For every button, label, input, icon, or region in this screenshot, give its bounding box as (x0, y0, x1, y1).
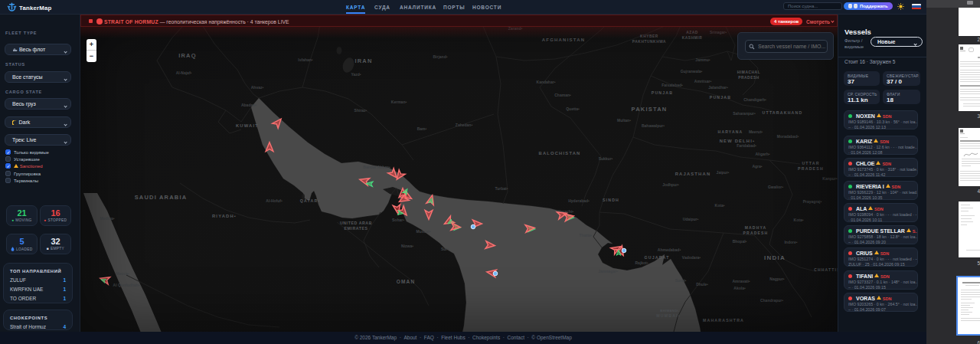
svg-text:RAJASTHAN: RAJASTHAN (675, 172, 711, 176)
svg-text:MUMBAI•: MUMBAI• (656, 313, 681, 318)
svg-text:Gujranwala•: Gujranwala• (681, 69, 703, 74)
svg-text:Chandrapur•: Chandrapur• (760, 298, 783, 303)
svg-text:Faisalabad•: Faisalabad• (662, 83, 683, 87)
svg-text:SAUDI ARABIA: SAUDI ARABIA (135, 194, 188, 201)
svg-text:Shiraz•: Shiraz• (354, 108, 368, 113)
svg-text:PUNJAB: PUNJAB (710, 95, 732, 100)
svg-text:Vadodara•: Vadodara• (682, 255, 701, 260)
svg-text:Gwalior•: Gwalior• (768, 185, 783, 189)
svg-text:OMAN: OMAN (397, 279, 416, 284)
svg-text:Amravati•: Amravati• (732, 279, 750, 283)
svg-text:Meerut•: Meerut• (749, 129, 763, 134)
svg-text:PRADESH: PRADESH (738, 76, 760, 80)
svg-text:Jodhpur•: Jodhpur• (662, 182, 679, 187)
svg-text:QATAR•: QATAR• (300, 198, 321, 203)
svg-text:SINDH: SINDH (603, 198, 619, 202)
svg-text:BALOCHISTAN: BALOCHISTAN (539, 151, 581, 156)
svg-text:Mecca•: Mecca• (116, 271, 129, 276)
svg-text:Quetta•: Quetta• (566, 106, 580, 111)
svg-text:Kota•: Kota• (794, 218, 804, 222)
svg-text:Multan•: Multan• (617, 118, 631, 123)
svg-text:Nagpur•: Nagpur• (769, 277, 785, 281)
svg-text:IRAN: IRAN (354, 57, 372, 64)
svg-text:HARYANA: HARYANA (718, 129, 743, 134)
svg-text:Muscat•: Muscat• (416, 229, 431, 234)
svg-text:MADHYA: MADHYA (745, 225, 767, 230)
svg-text:Birjand•: Birjand• (433, 54, 448, 59)
svg-text:Agra•: Agra• (752, 164, 762, 169)
svg-text:Zahedan•: Zahedan• (456, 123, 473, 127)
svg-text:Bandar Abbas•: Bandar Abbas• (363, 165, 390, 169)
svg-text:CHHATTISG: CHHATTISG (814, 267, 838, 272)
svg-text:Dhule•: Dhule• (696, 282, 708, 287)
svg-text:PAKHTUNKHWA: PAKHTUNKHWA (632, 40, 666, 44)
svg-text:Bam•: Bam• (417, 126, 427, 131)
svg-text:IRAQ: IRAQ (178, 52, 197, 59)
svg-text:Aligarh•: Aligarh• (756, 152, 770, 156)
svg-text:Kerman•: Kerman• (391, 100, 407, 104)
svg-text:Sukkur•: Sukkur• (599, 156, 613, 161)
svg-text:Surat•: Surat• (675, 278, 687, 283)
svg-text:UTTARAKHAND: UTTARAKHAND (763, 110, 803, 115)
svg-text:BHIWANDI-: BHIWANDI- (660, 309, 680, 313)
svg-text:GUJARAT: GUJARAT (644, 255, 669, 260)
svg-text:Hyderabad•: Hyderabad• (568, 198, 590, 203)
svg-text:Indore•: Indore• (784, 240, 797, 244)
svg-text:Jamnagar•: Jamnagar• (598, 269, 618, 274)
svg-text:INDIA: INDIA (764, 254, 786, 261)
svg-text:PRADESH: PRADESH (798, 166, 824, 171)
svg-text:Bhopal•: Bhopal• (733, 239, 747, 244)
svg-text:Al Qunfudhah•: Al Qunfudhah• (113, 283, 140, 287)
svg-text:Isfahan•: Isfahan• (298, 57, 313, 62)
svg-text:Kota•: Kota• (715, 203, 725, 208)
svg-text:Thatta•: Thatta• (580, 233, 593, 238)
svg-text:Prayagraj•: Prayagraj• (803, 199, 822, 204)
svg-text:Kandahar•: Kandahar• (537, 80, 556, 84)
svg-text:KUWAIT: KUWAIT (236, 123, 259, 128)
svg-text:Nizwa•: Nizwa• (401, 244, 413, 248)
svg-text:Al-Hofuf•: Al-Hofuf• (266, 198, 283, 203)
svg-text:Medina•: Medina• (100, 216, 115, 221)
svg-text:Ahmedabad•: Ahmedabad• (658, 247, 681, 252)
svg-text:Moradabad•: Moradabad• (777, 134, 799, 139)
svg-text:Ahvaz•: Ahvaz• (251, 85, 264, 90)
svg-text:Jammu•: Jammu• (695, 57, 710, 62)
svg-text:EMIRATES: EMIRATES (344, 226, 368, 231)
svg-text:Abadan•: Abadan• (241, 103, 256, 107)
svg-text:Sohar•: Sohar• (392, 218, 404, 222)
svg-text:Udaipur•: Udaipur• (683, 217, 699, 221)
svg-text:Faridabad•: Faridabad• (737, 143, 756, 148)
svg-text:Yazd•: Yazd• (351, 72, 361, 77)
svg-text:UNITED ARAB: UNITED ARAB (340, 221, 372, 225)
svg-text:Sur•: Sur• (441, 247, 449, 251)
svg-text:MAHARASHTRA: MAHARASHTRA (703, 318, 744, 323)
svg-text:Chandigarh•: Chandigarh• (743, 97, 766, 102)
svg-text:Akola•: Akola• (733, 286, 746, 290)
svg-text:PAKISTAN: PAKISTAN (632, 106, 668, 113)
svg-text:HIMACHAL: HIMACHAL (737, 70, 760, 74)
svg-text:PUNJAB: PUNJAB (652, 90, 674, 95)
svg-text:Jalandhar•: Jalandhar• (708, 85, 728, 90)
svg-text:Chaman•: Chaman• (554, 93, 571, 97)
svg-text:Bahawalpur•: Bahawalpur• (642, 123, 665, 128)
svg-text:Kanpur•: Kanpur• (822, 176, 838, 181)
svg-text:Rajkot•: Rajkot• (635, 260, 648, 265)
svg-text:Jaipur•: Jaipur• (717, 170, 730, 175)
svg-text:RIYADH•: RIYADH• (212, 214, 237, 218)
svg-text:Saharanpur•: Saharanpur• (733, 111, 756, 116)
svg-text:Amritsar•: Amritsar• (694, 79, 712, 84)
svg-text:UTTAR: UTTAR (802, 161, 819, 165)
svg-text:Turbat•: Turbat• (495, 186, 508, 191)
svg-text:Al-Najaf•: Al-Najaf• (176, 70, 192, 75)
svg-text:PRADESH: PRADESH (743, 231, 769, 235)
